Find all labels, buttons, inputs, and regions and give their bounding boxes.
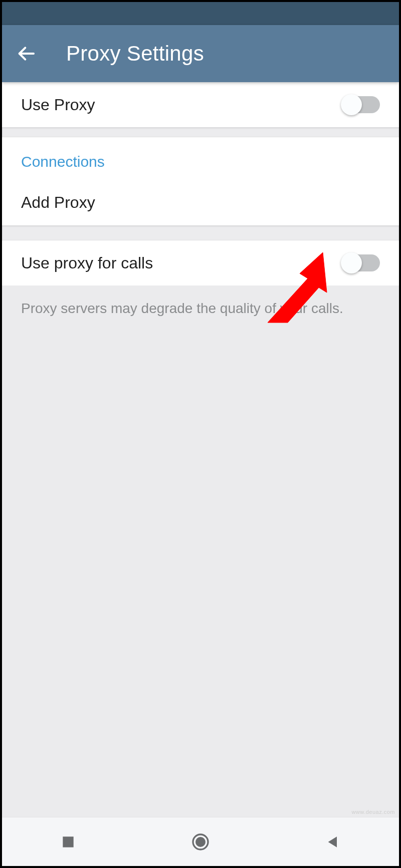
page-title: Proxy Settings: [66, 42, 204, 66]
home-button[interactable]: [135, 832, 266, 852]
circle-icon: [190, 832, 211, 852]
section-divider: [2, 127, 399, 137]
back-nav-button[interactable]: [267, 834, 398, 850]
use-proxy-label: Use Proxy: [21, 96, 95, 114]
square-icon: [60, 834, 76, 850]
svg-rect-2: [63, 836, 73, 847]
toggle-knob: [341, 94, 362, 115]
use-proxy-calls-row[interactable]: Use proxy for calls: [2, 240, 399, 285]
toggle-knob: [341, 252, 362, 273]
recents-button[interactable]: [3, 834, 133, 850]
use-proxy-row[interactable]: Use Proxy: [2, 82, 399, 127]
back-button[interactable]: [16, 44, 43, 64]
arrow-left-icon: [16, 44, 36, 64]
svg-marker-5: [328, 836, 337, 847]
use-proxy-toggle[interactable]: [343, 96, 380, 113]
status-bar: [2, 2, 399, 25]
add-proxy-row[interactable]: Add Proxy: [2, 179, 399, 225]
use-proxy-calls-label: Use proxy for calls: [21, 254, 153, 272]
use-proxy-calls-toggle[interactable]: [343, 254, 380, 271]
svg-point-4: [196, 837, 205, 846]
app-bar: Proxy Settings: [2, 25, 399, 82]
section-divider: [2, 225, 399, 240]
triangle-left-icon: [325, 834, 341, 850]
add-proxy-label: Add Proxy: [21, 193, 95, 212]
proxy-calls-hint: Proxy servers may degrade the quality of…: [2, 285, 399, 317]
system-nav-bar: [2, 817, 399, 866]
watermark-text: www.deuaz.com: [351, 809, 395, 815]
connections-section-header: Connections: [2, 137, 399, 179]
